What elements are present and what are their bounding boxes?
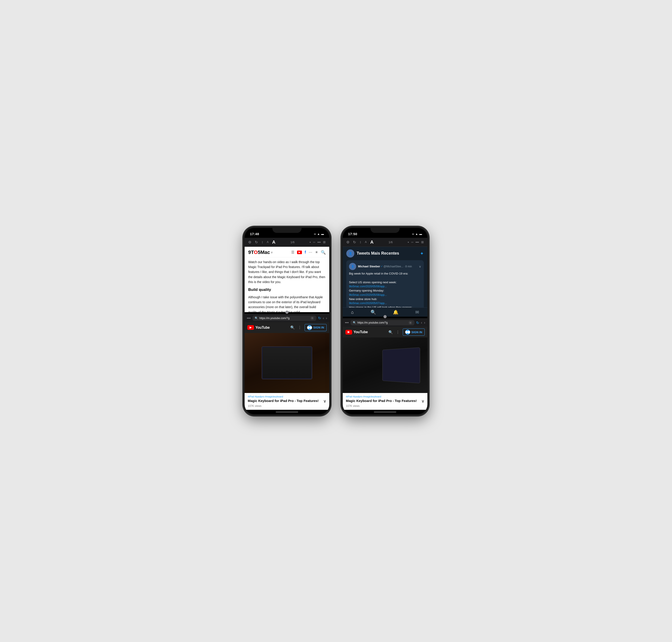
- hamburger-icon[interactable]: ☰: [291, 250, 294, 254]
- browser-bar-left[interactable]: ••• 🔍 https://m.youtube.com/?g ✕ ↻ ‹ ›: [245, 314, 329, 322]
- settings-icon-right[interactable]: ⚙: [346, 240, 350, 244]
- yt-more-icon-right[interactable]: ⋮: [396, 330, 400, 334]
- layout-single-right[interactable]: ▪: [408, 240, 409, 244]
- browser-url-bar-left[interactable]: 🔍 https://m.youtube.com/?g ✕: [252, 316, 317, 321]
- notch-left: [272, 227, 302, 233]
- site-name-left: 9TO5Mac: [248, 249, 270, 255]
- video-image-right: [343, 337, 427, 393]
- battery-icon-left: ▬: [321, 232, 324, 235]
- back-icon-left[interactable]: ‹: [323, 316, 324, 320]
- yt-more-icon-left[interactable]: ⋮: [298, 325, 302, 330]
- time-right: 17:50: [348, 232, 357, 236]
- yt-red-icon-right: [345, 330, 352, 335]
- browser-clear-left[interactable]: ✕: [310, 317, 314, 320]
- battery-icon-right: ▬: [419, 232, 422, 235]
- user-avatar-right: 👤: [346, 249, 354, 257]
- settings-icon[interactable]: ⚙: [248, 240, 251, 244]
- browser-url-left[interactable]: https://m.youtube.com/?g: [259, 317, 309, 320]
- twitter-notifications-icon[interactable]: 🔔: [393, 309, 398, 315]
- twitter-search-icon[interactable]: 🔍: [370, 309, 376, 315]
- brightness-icon[interactable]: ☀: [315, 250, 318, 254]
- tweet-link3[interactable]: 9to5mac.com/2020/05/07/app...: [349, 301, 421, 305]
- browser-url-bar-right[interactable]: 🔍 https://m.youtube.com/?g ✕: [351, 320, 415, 325]
- tweet-handle: @MichaelStee...: [383, 265, 403, 268]
- yt-sign-in-text-left[interactable]: SIGN IN: [313, 326, 324, 329]
- yt-avatar-left: [307, 325, 312, 330]
- layout-triple-icon[interactable]: ▪▪▪: [317, 240, 321, 244]
- tweet-link2[interactable]: 9to5mac.com/2020/05/08/app...: [349, 293, 421, 297]
- arrows-icon[interactable]: ↕: [262, 240, 263, 244]
- font-small-icon[interactable]: A: [267, 241, 269, 244]
- browser-url-right[interactable]: https://m.youtube.com/?g: [357, 321, 407, 324]
- wifi-icon-right: ▲: [415, 232, 418, 235]
- left-phone: 17:48 ▪▪ ▲ ▬ ⚙ ↻ ↕ A A 1/6 ▪: [243, 227, 331, 415]
- tweet-body: Big week for Apple retail in the COVID-1…: [349, 271, 421, 308]
- refresh-icon[interactable]: ↻: [255, 240, 258, 244]
- reload-icon-right[interactable]: ↻: [416, 321, 419, 325]
- yt-bar-icons-left: 🔍 ⋮ SIGN IN: [290, 324, 327, 331]
- sparkle-icon-right[interactable]: ✦: [420, 251, 424, 256]
- status-icons-right: ▪▪ ▲ ▬: [412, 232, 422, 235]
- video-thumb-left: [245, 333, 329, 393]
- yt-search-icon-right[interactable]: 🔍: [389, 330, 393, 334]
- youtube-small-icon[interactable]: [297, 251, 302, 254]
- drag-handle-left[interactable]: [286, 311, 289, 314]
- yt-sign-in-right[interactable]: SIGN IN: [403, 329, 425, 336]
- yt-bar-right: YouTube 🔍 ⋮ SIGN IN: [343, 327, 427, 337]
- yt-sign-in-text-right[interactable]: SIGN IN: [411, 331, 422, 334]
- layout-double-icon[interactable]: ▫▫: [313, 240, 315, 244]
- video-expand-right[interactable]: ∨: [421, 399, 424, 404]
- search-icon-left[interactable]: 🔍: [321, 250, 326, 255]
- yt-sign-in-left[interactable]: SIGN IN: [305, 324, 327, 331]
- yt-search-icon-left[interactable]: 🔍: [290, 325, 295, 330]
- more-icon[interactable]: ⋯: [309, 250, 312, 254]
- url-search-icon-right: 🔍: [353, 321, 356, 324]
- facebook-icon[interactable]: f: [305, 250, 306, 255]
- phone-inner-left: 17:48 ▪▪ ▲ ▬ ⚙ ↻ ↕ A A 1/6 ▪: [245, 228, 329, 414]
- layout-single-icon[interactable]: ▪: [309, 240, 311, 244]
- tweets-title-right: Tweets Mais Recentes: [357, 251, 399, 256]
- video-expand-left[interactable]: ∨: [323, 399, 326, 404]
- video-title-left: Magic Keyboard for iPad Pro - Top Featur…: [248, 399, 326, 404]
- layout-triple-right[interactable]: ▪▪▪: [416, 240, 419, 244]
- font-large-icon[interactable]: A: [272, 240, 275, 245]
- tweet-author-avatar: 👤: [349, 263, 356, 270]
- site-name-dropdown[interactable]: ∨: [271, 251, 273, 254]
- browser-clear-right[interactable]: ✕: [409, 321, 412, 324]
- site-header-left: 9TO5Mac ∨ ☰ f ⋯ ☀ 🔍: [248, 249, 326, 257]
- video-image-left: [245, 333, 329, 393]
- tweet-expand-icon[interactable]: ∨: [419, 265, 421, 268]
- browser-dots-right[interactable]: •••: [345, 321, 349, 325]
- twitter-messages-icon[interactable]: ✉: [415, 309, 419, 315]
- tweet-link1[interactable]: 9to5mac.com/2020/05/08/app...: [349, 284, 421, 288]
- layout-double-right[interactable]: ▫▫: [411, 240, 413, 244]
- layout-quad-icon[interactable]: ⊞: [323, 240, 326, 244]
- reload-icon-left[interactable]: ↻: [318, 316, 321, 320]
- font-large-icon-right[interactable]: A: [370, 240, 373, 245]
- font-small-icon-right[interactable]: A: [365, 241, 367, 244]
- layout-quad-right[interactable]: ⊞: [421, 240, 424, 244]
- article-area-left: 9TO5Mac ∨ ☰ f ⋯ ☀ 🔍: [245, 247, 329, 414]
- video-title-right: Magic Keyboard for iPad Pro - Top Featur…: [346, 399, 424, 404]
- time-left: 17:48: [250, 232, 259, 236]
- browser-dots-left[interactable]: •••: [247, 316, 251, 320]
- tweet-line2: Germany opening Monday:: [349, 288, 421, 293]
- forward-icon-left[interactable]: ›: [326, 316, 327, 320]
- layout-icons-left: ▪ ▫▫ ▪▪▪ ⊞: [309, 240, 326, 244]
- refresh-icon-right[interactable]: ↻: [353, 240, 356, 244]
- tweet-line3: New online store hub:: [349, 297, 421, 301]
- yt-avatar-right: [405, 330, 410, 335]
- twitter-home-icon[interactable]: ⌂: [351, 310, 354, 315]
- tweet-time: ·: [404, 265, 405, 268]
- home-bar-left: [276, 412, 298, 412]
- back-icon-right[interactable]: ‹: [421, 321, 422, 325]
- forward-icon-right[interactable]: ›: [424, 321, 425, 325]
- article-text-left: Watch our hands-on video as I walk throu…: [248, 259, 326, 312]
- yt-bar-left: YouTube 🔍 ⋮ SIGN IN: [245, 322, 329, 333]
- home-indicator-right: [343, 410, 427, 414]
- page-indicator-left: 1/6: [291, 241, 294, 244]
- arrows-icon-right[interactable]: ↕: [359, 240, 361, 244]
- drag-handle-right[interactable]: [383, 315, 386, 318]
- home-indicator-left: [245, 410, 329, 414]
- browser-bar-right[interactable]: ••• 🔍 https://m.youtube.com/?g ✕ ↻ ‹ ›: [343, 318, 427, 327]
